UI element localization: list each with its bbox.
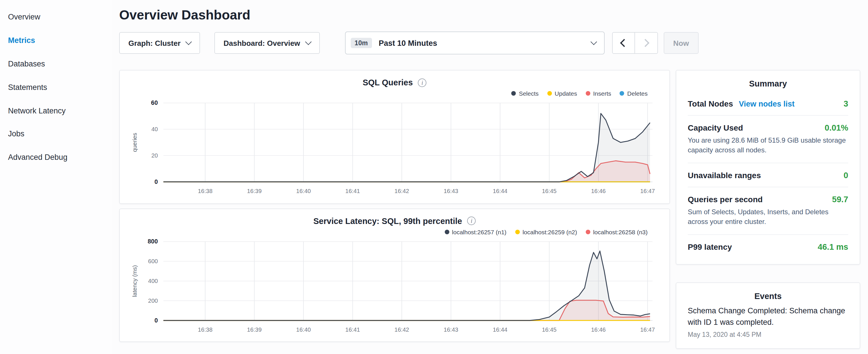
sql-queries-chart: 020406016:3816:3916:4016:4116:4216:4316:… <box>128 99 661 197</box>
summary-title: Summary <box>688 79 848 88</box>
x-tick-label: 16:38 <box>198 188 213 194</box>
summary-row-qps: Queries per second 59.7 Sum of Selects, … <box>688 187 848 235</box>
sidebar-item-overview[interactable]: Overview <box>0 6 112 29</box>
x-tick-label: 16:44 <box>493 188 507 194</box>
right-column: Summary Total Nodes View nodes list 3 Ca… <box>676 70 860 349</box>
legend-dot-icon <box>620 91 624 96</box>
graph-dropdown-label: Graph: Cluster <box>128 39 181 47</box>
y-tick-label: 600 <box>148 258 158 264</box>
p99-latency-label: P99 latency <box>688 242 732 251</box>
event-timestamp: May 13, 2020 at 4:45 PM <box>688 331 848 338</box>
legend-label: Deletes <box>627 90 648 97</box>
legend-item: Deletes <box>620 89 648 97</box>
summary-panel: Summary Total Nodes View nodes list 3 Ca… <box>676 70 860 264</box>
main-content: Overview Dashboard Graph: Cluster Dashbo… <box>112 0 868 354</box>
sidebar-item-databases[interactable]: Databases <box>0 53 112 76</box>
legend-item: localhost:26258 (n3) <box>586 228 648 236</box>
info-icon[interactable] <box>418 78 427 87</box>
series-area <box>163 114 650 182</box>
time-range-selector[interactable]: 10m Past 10 Minutes <box>345 32 604 55</box>
chevron-right-icon <box>641 39 649 47</box>
x-tick-label: 16:42 <box>395 188 409 194</box>
sidebar-item-advanced-debug[interactable]: Advanced Debug <box>0 147 112 170</box>
chart-legend: localhost:26257 (n1)localhost:26259 (n2)… <box>128 228 648 236</box>
y-tick-label: 40 <box>151 126 158 132</box>
x-tick-label: 16:41 <box>345 188 360 194</box>
x-tick-label: 16:44 <box>493 326 507 332</box>
y-tick-label: 60 <box>151 99 158 106</box>
summary-row-total-nodes: Total Nodes View nodes list 3 <box>688 92 848 116</box>
x-tick-label: 16:39 <box>247 188 261 194</box>
graph-dropdown[interactable]: Graph: Cluster <box>119 32 200 54</box>
y-tick-label: 20 <box>151 152 158 159</box>
legend-label: Selects <box>519 90 539 97</box>
qps-description: Sum of Selects, Updates, Inserts, and De… <box>688 207 848 227</box>
summary-row-capacity: Capacity Used 0.01% You are using 28.6 M… <box>688 116 848 163</box>
sidebar-item-jobs[interactable]: Jobs <box>0 123 112 147</box>
legend-item: localhost:26259 (n2) <box>515 228 577 236</box>
time-back-button[interactable] <box>612 32 635 54</box>
y-tick-label: 200 <box>148 297 158 303</box>
legend-item: Selects <box>512 89 539 97</box>
chevron-left-icon <box>620 39 628 47</box>
x-tick-label: 16:43 <box>443 188 458 194</box>
charts-column: SQL Queries SelectsUpdatesInsertsDeletes… <box>119 70 670 347</box>
x-tick-label: 16:45 <box>542 188 557 194</box>
y-tick-label: 0 <box>154 179 158 185</box>
x-tick-label: 16:40 <box>296 326 311 332</box>
x-tick-label: 16:41 <box>345 326 360 332</box>
total-nodes-value: 3 <box>844 99 848 108</box>
unavailable-ranges-label: Unavailable ranges <box>688 171 761 180</box>
event-message: Schema Change Completed: Schema change w… <box>688 305 848 328</box>
info-icon[interactable] <box>467 217 476 225</box>
y-tick-label: 0 <box>154 317 158 324</box>
legend-label: localhost:26258 (n3) <box>593 228 648 235</box>
legend-label: localhost:26259 (n2) <box>522 228 577 235</box>
page-title: Overview Dashboard <box>119 7 860 23</box>
summary-row-p99-latency: P99 latency 46.1 ms <box>688 234 848 254</box>
dashboard-dropdown-label: Dashboard: Overview <box>223 39 300 47</box>
legend-dot-icon <box>547 91 552 96</box>
sidebar-item-network-latency[interactable]: Network Latency <box>0 99 112 123</box>
legend-dot-icon <box>515 229 520 234</box>
qps-value: 59.7 <box>832 195 848 204</box>
y-axis-label: queries <box>131 133 138 152</box>
time-range-badge: 10m <box>350 38 372 48</box>
chevron-down-icon <box>185 39 192 45</box>
x-tick-label: 16:45 <box>542 326 557 332</box>
legend-dot-icon <box>586 91 590 96</box>
time-range-label: Past 10 Minutes <box>378 39 437 47</box>
sidebar-item-metrics[interactable]: Metrics <box>0 29 112 53</box>
legend-item: localhost:26257 (n1) <box>444 228 506 236</box>
now-button[interactable]: Now <box>663 32 699 54</box>
app-viewport: Overview Metrics Databases Statements Ne… <box>0 0 868 354</box>
capacity-used-label: Capacity Used <box>688 123 743 132</box>
y-tick-label: 400 <box>148 278 158 284</box>
sql-queries-chart-card: SQL Queries SelectsUpdatesInsertsDeletes… <box>119 70 670 204</box>
y-axis-label: latency (ms) <box>131 265 138 297</box>
legend-item: Inserts <box>586 89 611 97</box>
view-nodes-list-link[interactable]: View nodes list <box>739 100 795 108</box>
y-tick-label: 800 <box>148 238 158 245</box>
x-tick-label: 16:46 <box>591 326 606 332</box>
chart-legend: SelectsUpdatesInsertsDeletes <box>128 89 648 97</box>
x-tick-label: 16:46 <box>591 188 606 194</box>
x-tick-label: 16:43 <box>443 326 458 332</box>
service-latency-chart-card: Service Latency: SQL, 99th percentile lo… <box>119 208 670 342</box>
capacity-used-description: You are using 28.6 MiB of 515.9 GiB usab… <box>688 136 848 156</box>
dashboard-dropdown[interactable]: Dashboard: Overview <box>214 32 319 54</box>
events-title: Events <box>688 291 848 300</box>
legend-label: localhost:26257 (n1) <box>452 228 506 235</box>
time-forward-button[interactable] <box>635 32 658 54</box>
x-tick-label: 16:42 <box>395 326 409 332</box>
chart-title: Service Latency: SQL, 99th percentile <box>313 216 462 225</box>
sidebar-item-statements[interactable]: Statements <box>0 76 112 99</box>
service-latency-chart: 020040060080016:3816:3916:4016:4116:4216… <box>128 237 661 336</box>
legend-label: Inserts <box>593 90 611 97</box>
events-panel: Events Schema Change Completed: Schema c… <box>676 282 860 349</box>
qps-label: Queries per second <box>688 195 763 204</box>
legend-item: Updates <box>547 89 577 97</box>
series-line <box>163 114 650 182</box>
legend-dot-icon <box>512 91 516 96</box>
x-tick-label: 16:40 <box>296 188 311 194</box>
